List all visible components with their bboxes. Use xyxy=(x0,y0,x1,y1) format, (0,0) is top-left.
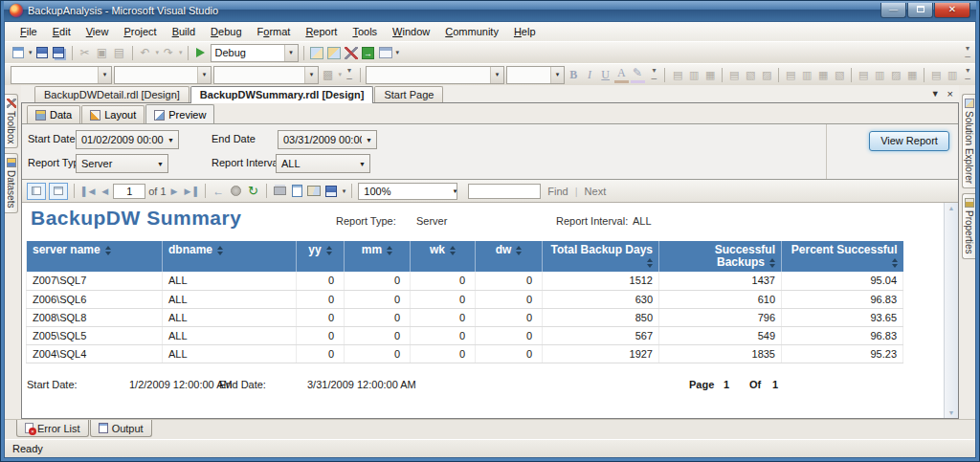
combo-dropdown-icon[interactable]: ▾ xyxy=(284,45,298,61)
dataset-combo[interactable]: ▾ xyxy=(366,66,504,84)
title-bar[interactable]: BackupAnalysis - Microsoft Visual Studio… xyxy=(4,0,976,21)
layout-tool-icon[interactable]: ▤ xyxy=(726,68,742,82)
sort-icon[interactable] xyxy=(892,258,898,268)
column-header[interactable]: Total Backup Days xyxy=(543,241,659,272)
fontsize-combo[interactable]: ▾ xyxy=(114,66,212,84)
next-link[interactable]: Next xyxy=(581,186,611,197)
layout-tool-icon[interactable]: ▤ xyxy=(783,68,798,82)
cut-icon[interactable]: ✂ xyxy=(78,45,93,60)
layout-tool-icon[interactable]: ▦ xyxy=(904,68,920,82)
toolbar-overflow-icon[interactable]: ▾─ xyxy=(649,66,660,83)
command-window-icon[interactable] xyxy=(378,45,393,60)
tab-preview[interactable]: Preview xyxy=(145,104,214,124)
layout-tool-icon[interactable]: ▤ xyxy=(670,68,685,82)
undo-icon[interactable]: ↶ xyxy=(138,45,153,60)
font-combo[interactable]: ▾ xyxy=(11,66,112,84)
new-project-icon[interactable] xyxy=(11,45,26,60)
find-link[interactable]: Find xyxy=(544,186,571,197)
view-report-button[interactable]: View Report xyxy=(869,131,949,151)
menu-debug[interactable]: Debug xyxy=(203,24,249,39)
find-input[interactable] xyxy=(468,184,541,199)
sort-icon[interactable] xyxy=(217,246,223,255)
tab-list-dropdown-icon[interactable]: ▼ xyxy=(931,89,940,99)
column-header[interactable]: dw xyxy=(476,241,543,272)
layout-tool-icon[interactable]: ▤ xyxy=(928,68,944,82)
minimize-button[interactable]: — xyxy=(880,3,906,18)
sidebar-tab-properties[interactable]: Properties xyxy=(962,193,975,259)
layout-tool-icon[interactable]: ▨ xyxy=(759,68,774,82)
column-header[interactable]: server name xyxy=(27,241,163,272)
document-tab-2[interactable]: Start Page xyxy=(374,86,443,102)
sidebar-tab-toolbox[interactable]: Toolbox xyxy=(5,94,18,148)
print-layout-icon[interactable] xyxy=(290,185,304,198)
export-icon[interactable] xyxy=(324,185,339,198)
scroll-up-icon[interactable]: ▲ xyxy=(948,205,955,211)
underline-icon[interactable]: U xyxy=(598,68,612,82)
borders-icon[interactable]: ▩ xyxy=(321,67,336,82)
menu-view[interactable]: View xyxy=(78,24,117,39)
zoom-combo[interactable]: 100%▾ xyxy=(358,183,457,200)
menu-help[interactable]: Help xyxy=(506,24,544,39)
parameters-toggle[interactable] xyxy=(49,183,68,200)
style-combo[interactable]: ▾ xyxy=(213,66,319,84)
menu-edit[interactable]: Edit xyxy=(45,24,78,39)
copy-icon[interactable]: ▣ xyxy=(95,45,110,60)
paste-icon[interactable]: ▤ xyxy=(112,45,127,60)
navigate-icon[interactable]: → xyxy=(361,45,376,60)
find-in-files-icon[interactable] xyxy=(309,45,324,60)
layout-tool-icon[interactable]: ▥ xyxy=(945,68,960,82)
tab-output[interactable]: Output xyxy=(90,420,152,437)
close-document-icon[interactable]: × xyxy=(947,88,953,99)
sort-icon[interactable] xyxy=(516,246,522,255)
sort-icon[interactable] xyxy=(647,258,653,268)
sort-icon[interactable] xyxy=(326,246,332,255)
menu-build[interactable]: Build xyxy=(165,24,203,39)
sort-icon[interactable] xyxy=(450,246,456,255)
tab-error-list[interactable]: × Error List xyxy=(16,420,89,437)
menu-window[interactable]: Window xyxy=(385,24,437,39)
save-all-icon[interactable] xyxy=(52,45,67,60)
tab-layout[interactable]: Layout xyxy=(81,105,145,123)
tab-data[interactable]: Data xyxy=(27,105,80,123)
debug-config-combo[interactable]: Debug▾ xyxy=(211,44,299,62)
column-header[interactable]: dbname xyxy=(163,241,297,272)
layout-tool-icon[interactable]: ▧ xyxy=(743,68,758,82)
sidebar-tab-datasets[interactable]: Datasets xyxy=(5,153,18,212)
layout-tool-icon[interactable]: ▨ xyxy=(888,68,903,82)
vertical-scrollbar[interactable]: ▲ ▼ xyxy=(944,203,958,418)
font-color-icon[interactable]: A xyxy=(614,66,629,83)
maximize-button[interactable] xyxy=(907,3,933,18)
start-debug-icon[interactable] xyxy=(193,45,209,60)
highlight-icon[interactable]: ✎ xyxy=(631,66,645,83)
toolbar-overflow-icon[interactable]: ▾─ xyxy=(962,66,973,83)
layout-tool-icon[interactable]: ▧ xyxy=(832,68,847,82)
menu-file[interactable]: File xyxy=(12,24,45,39)
layout-tool-icon[interactable]: ▦ xyxy=(702,68,718,82)
redo-icon[interactable]: ↷ xyxy=(161,45,176,60)
sort-icon[interactable] xyxy=(769,258,775,268)
next-page-icon[interactable]: ▶ xyxy=(169,187,180,196)
italic-icon[interactable]: I xyxy=(583,68,597,82)
layout-tool-icon[interactable]: ▤ xyxy=(856,68,871,82)
prev-page-icon[interactable]: ◀ xyxy=(100,187,110,196)
menu-project[interactable]: Project xyxy=(116,24,164,39)
toolbox-icon[interactable] xyxy=(344,45,359,60)
layout-tool-icon[interactable]: ▥ xyxy=(799,68,814,82)
print-icon[interactable] xyxy=(273,185,287,198)
scroll-down-icon[interactable]: ▼ xyxy=(948,409,955,416)
end-date-combo[interactable]: 03/31/2009 00:00:00▼ xyxy=(278,130,377,149)
column-header[interactable]: Percent Successful xyxy=(782,241,903,272)
layout-tool-icon[interactable]: ▥ xyxy=(686,68,702,82)
menu-format[interactable]: Format xyxy=(250,24,299,39)
refresh-icon[interactable]: ↻ xyxy=(246,185,260,198)
start-date-combo[interactable]: 01/02/2009 00:00:00▼ xyxy=(76,130,179,149)
sort-icon[interactable] xyxy=(387,246,392,255)
bold-icon[interactable]: B xyxy=(567,68,581,82)
sort-icon[interactable] xyxy=(105,246,111,255)
report-type-combo[interactable]: Server▼ xyxy=(76,154,168,173)
document-map-toggle[interactable] xyxy=(27,183,46,200)
document-tab-1[interactable]: BackupDWSummary.rdl [Design] xyxy=(190,86,374,103)
toolbar-overflow-icon[interactable]: ▾─ xyxy=(344,66,355,83)
layout-tool-icon[interactable]: ▥ xyxy=(872,68,887,82)
menu-report[interactable]: Report xyxy=(298,24,345,39)
